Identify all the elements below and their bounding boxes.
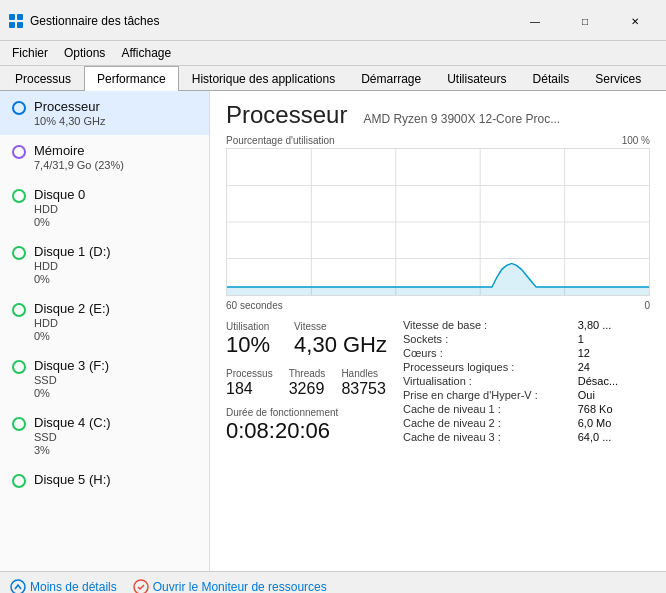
menu-fichier[interactable]: Fichier — [4, 43, 56, 63]
svg-marker-11 — [227, 263, 649, 295]
sidebar-item-disque3[interactable]: Disque 3 (F:) SSD 0% — [0, 350, 209, 407]
sidebar-item-detail2-disque3: SSD — [34, 374, 109, 386]
rs-label-1: Sockets : — [403, 333, 570, 345]
sidebar-item-disque1[interactable]: Disque 1 (D:) HDD 0% — [0, 236, 209, 293]
main-content: Processeur 10% 4,30 GHz Mémoire 7,4/31,9… — [0, 91, 666, 571]
stat-processus-value: 184 — [226, 379, 273, 398]
detail-panel: Processeur AMD Ryzen 9 3900X 12-Core Pro… — [210, 91, 666, 571]
rs-label-0: Vitesse de base : — [403, 319, 570, 331]
stat-processus: Processus 184 — [226, 366, 273, 400]
tab-demarrage[interactable]: Démarrage — [348, 66, 434, 91]
sidebar-dot-disque0 — [12, 189, 26, 203]
menu-options[interactable]: Options — [56, 43, 113, 63]
tab-performance[interactable]: Performance — [84, 66, 179, 91]
sidebar-item-detail2-disque2: HDD — [34, 317, 110, 329]
rs-value-5: Oui — [578, 389, 650, 401]
less-details-button[interactable]: Moins de détails — [10, 579, 117, 594]
svg-rect-1 — [17, 14, 23, 20]
cpu-chart — [226, 148, 650, 296]
rs-value-4: Désac... — [578, 375, 650, 387]
rs-value-3: 24 — [578, 361, 650, 373]
stat-utilisation: Utilisation 10% — [226, 319, 270, 360]
stats-row2: Processus 184 Threads 3269 Handles 83753 — [226, 366, 387, 400]
rs-value-0: 3,80 ... — [578, 319, 650, 331]
sidebar-item-name-disque2: Disque 2 (E:) — [34, 301, 110, 316]
sidebar-item-detail-processeur: 10% 4,30 GHz — [34, 115, 106, 127]
rs-label-2: Cœurs : — [403, 347, 570, 359]
stat-duree-label: Durée de fonctionnement — [226, 407, 387, 418]
chart-label-bottom: 60 secondes 0 — [226, 300, 650, 311]
sidebar-item-detail-disque0: 0% — [34, 216, 85, 228]
stat-threads-value: 3269 — [289, 379, 326, 398]
stat-vitesse: Vitesse 4,30 GHz — [294, 319, 387, 360]
chart-bottom-right: 0 — [644, 300, 650, 311]
rs-label-8: Cache de niveau 3 : — [403, 431, 570, 443]
stat-threads: Threads 3269 — [289, 366, 326, 400]
chart-top-value: 100 % — [622, 135, 650, 146]
less-details-label: Moins de détails — [30, 580, 117, 594]
title-bar-controls: — □ ✕ — [512, 6, 658, 36]
open-monitor-button[interactable]: Ouvrir le Moniteur de ressources — [133, 579, 327, 594]
tab-processus[interactable]: Processus — [2, 66, 84, 91]
sidebar-item-name-processeur: Processeur — [34, 99, 106, 114]
rs-value-7: 6,0 Mo — [578, 417, 650, 429]
rs-label-3: Processeurs logiques : — [403, 361, 570, 373]
sidebar-item-detail-disque3: 0% — [34, 387, 109, 399]
tab-details[interactable]: Détails — [520, 66, 583, 91]
tab-utilisateurs[interactable]: Utilisateurs — [434, 66, 519, 91]
stat-handles-label: Handles — [341, 368, 386, 379]
sidebar-item-detail-disque2: 0% — [34, 330, 110, 342]
sidebar-item-text-processeur: Processeur 10% 4,30 GHz — [34, 99, 106, 127]
sidebar-dot-processeur — [12, 101, 26, 115]
stat-utilisation-value: 10% — [226, 332, 270, 358]
sidebar-item-disque2[interactable]: Disque 2 (E:) HDD 0% — [0, 293, 209, 350]
chart-top-label: Pourcentage d'utilisation — [226, 135, 335, 146]
sidebar-item-detail-disque4: 3% — [34, 444, 111, 456]
sidebar-item-text-disque5: Disque 5 (H:) — [34, 472, 111, 487]
stat-processus-label: Processus — [226, 368, 273, 379]
sidebar-dot-disque5 — [12, 474, 26, 488]
monitor-icon — [133, 579, 149, 594]
title-bar-left: Gestionnaire des tâches — [8, 13, 159, 29]
sidebar-dot-disque3 — [12, 360, 26, 374]
stat-threads-label: Threads — [289, 368, 326, 379]
minimize-button[interactable]: — — [512, 6, 558, 36]
sidebar-item-disque4[interactable]: Disque 4 (C:) SSD 3% — [0, 407, 209, 464]
rs-value-6: 768 Ko — [578, 403, 650, 415]
chart-bottom-left: 60 secondes — [226, 300, 283, 311]
sidebar-item-memoire[interactable]: Mémoire 7,4/31,9 Go (23%) — [0, 135, 209, 179]
svg-point-12 — [11, 580, 25, 594]
stats-row1: Utilisation 10% Vitesse 4,30 GHz — [226, 319, 387, 360]
sidebar-item-detail-memoire: 7,4/31,9 Go (23%) — [34, 159, 124, 171]
close-button[interactable]: ✕ — [612, 6, 658, 36]
sidebar-item-name-disque1: Disque 1 (D:) — [34, 244, 111, 259]
tab-services[interactable]: Services — [582, 66, 654, 91]
svg-rect-0 — [9, 14, 15, 20]
footer: Moins de détails Ouvrir le Moniteur de r… — [0, 571, 666, 593]
menu-bar: Fichier Options Affichage — [0, 41, 666, 66]
sidebar-item-disque0[interactable]: Disque 0 HDD 0% — [0, 179, 209, 236]
sidebar-item-text-memoire: Mémoire 7,4/31,9 Go (23%) — [34, 143, 124, 171]
stat-duree-value: 0:08:20:06 — [226, 418, 387, 444]
left-stats-block: Utilisation 10% Vitesse 4,30 GHz Process… — [226, 319, 387, 444]
sidebar-item-text-disque4: Disque 4 (C:) SSD 3% — [34, 415, 111, 456]
bottom-stats: Utilisation 10% Vitesse 4,30 GHz Process… — [226, 319, 650, 444]
stat-vitesse-value: 4,30 GHz — [294, 332, 387, 358]
maximize-button[interactable]: □ — [562, 6, 608, 36]
sidebar-item-disque5[interactable]: Disque 5 (H:) — [0, 464, 209, 496]
svg-point-13 — [134, 580, 148, 594]
stat-handles: Handles 83753 — [341, 366, 386, 400]
stat-duree-block: Durée de fonctionnement 0:08:20:06 — [226, 407, 387, 444]
open-monitor-label: Ouvrir le Moniteur de ressources — [153, 580, 327, 594]
tab-historique[interactable]: Historique des applications — [179, 66, 348, 91]
sidebar-item-processeur[interactable]: Processeur 10% 4,30 GHz — [0, 91, 209, 135]
sidebar-item-detail2-disque1: HDD — [34, 260, 111, 272]
detail-header: Processeur AMD Ryzen 9 3900X 12-Core Pro… — [226, 101, 650, 129]
cpu-chart-svg — [227, 149, 649, 295]
menu-affichage[interactable]: Affichage — [113, 43, 179, 63]
sidebar-item-text-disque1: Disque 1 (D:) HDD 0% — [34, 244, 111, 285]
rs-label-7: Cache de niveau 2 : — [403, 417, 570, 429]
sidebar-item-detail-disque1: 0% — [34, 273, 111, 285]
stat-handles-value: 83753 — [341, 379, 386, 398]
right-stats-table: Vitesse de base : 3,80 ... Sockets : 1 C… — [395, 319, 650, 444]
